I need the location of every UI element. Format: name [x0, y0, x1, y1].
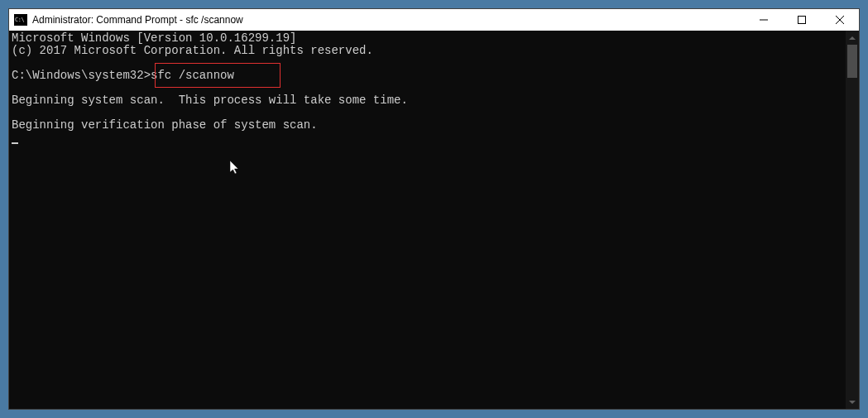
command-text: sfc /scannow [151, 69, 234, 82]
cmd-icon: C:\ [14, 14, 27, 26]
titlebar[interactable]: C:\ Administrator: Command Prompt - sfc … [9, 9, 859, 31]
minimize-icon [760, 16, 768, 24]
scroll-down-arrow[interactable] [846, 395, 859, 409]
close-button[interactable] [821, 9, 859, 31]
terminal-content[interactable]: Microsoft Windows [Version 10.0.16299.19… [9, 31, 846, 409]
scroll-up-arrow[interactable] [846, 31, 859, 45]
chevron-down-icon [849, 401, 856, 404]
titlebar-buttons [745, 9, 859, 31]
scroll-track[interactable] [846, 45, 859, 395]
output-line: Beginning system scan. This process will… [12, 94, 408, 107]
scroll-thumb[interactable] [847, 45, 857, 78]
output-line: Beginning verification phase of system s… [12, 118, 318, 132]
maximize-icon [798, 16, 806, 24]
vertical-scrollbar[interactable] [846, 31, 859, 409]
chevron-up-icon [849, 36, 856, 40]
prompt-text: C:\Windows\system32> [12, 69, 151, 82]
minimize-button[interactable] [745, 9, 783, 31]
svg-rect-1 [798, 17, 806, 24]
maximize-button[interactable] [783, 9, 821, 31]
close-icon [836, 16, 844, 24]
window-title: Administrator: Command Prompt - sfc /sca… [32, 14, 745, 26]
terminal-body: Microsoft Windows [Version 10.0.16299.19… [9, 31, 859, 409]
output-line: Microsoft Windows [Version 10.0.16299.19… [12, 31, 296, 45]
text-cursor [12, 142, 18, 144]
output-line: (c) 2017 Microsoft Corporation. All righ… [12, 44, 373, 57]
command-prompt-window: C:\ Administrator: Command Prompt - sfc … [8, 8, 860, 410]
mouse-cursor-icon [230, 161, 242, 175]
